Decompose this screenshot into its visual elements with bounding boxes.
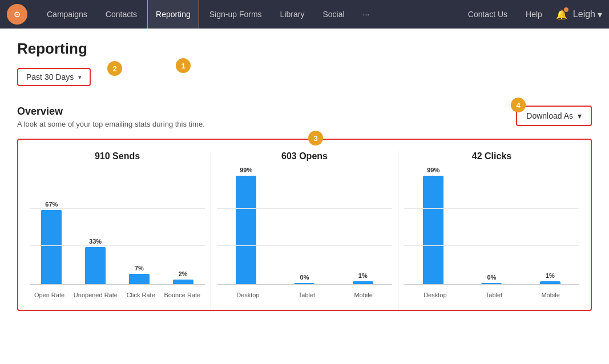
- bar-clicks-desktop: 99%: [423, 167, 443, 284]
- download-as-button[interactable]: Download As ▾: [516, 106, 592, 126]
- bar-opens-mobile-bar: [353, 281, 373, 284]
- nav-help[interactable]: Help: [518, 0, 550, 29]
- label-opens-desktop: Desktop: [236, 292, 259, 298]
- label-opens-tablet: Tablet: [299, 292, 315, 298]
- download-btn-wrapper: 4 Download As ▾: [516, 106, 592, 126]
- date-filter-dropdown[interactable]: Past 30 Days ▾: [17, 68, 91, 86]
- bar-bounce-bar: [173, 280, 193, 284]
- bar-open-rate-pct: 67%: [45, 201, 58, 208]
- bar-click-pct: 7%: [135, 265, 144, 272]
- bar-unopened-pct: 33%: [89, 238, 102, 245]
- overview-title: Overview: [17, 106, 205, 118]
- chart-sends-bars: 67% 33% 7% 2%: [30, 171, 205, 285]
- bar-clicks-mobile: 1%: [540, 272, 560, 284]
- date-filter-label: Past 30 Days: [26, 72, 74, 82]
- nav-items: Campaigns Contacts Reporting Sign-up For…: [39, 0, 460, 29]
- nav-campaigns[interactable]: Campaigns: [39, 0, 95, 29]
- bar-clicks-tablet-pct: 0%: [487, 274, 497, 281]
- label-clicks-desktop: Desktop: [424, 292, 446, 298]
- chart-opens-bars: 99% 0% 1%: [217, 171, 392, 285]
- bar-opens-mobile: 1%: [353, 272, 373, 284]
- user-name: Leigh: [573, 9, 595, 19]
- opens-labels: Desktop Tablet Mobile: [217, 285, 392, 298]
- chart-opens: 603 Opens 99% 0% 1%: [211, 151, 398, 310]
- nav-reporting[interactable]: Reporting: [147, 0, 199, 29]
- label-open-rate: Open Rate: [34, 292, 64, 298]
- bar-click-bar: [129, 274, 150, 284]
- bar-opens-tablet-bar: [294, 283, 314, 284]
- nav-signup-forms[interactable]: Sign-up Forms: [201, 0, 270, 29]
- overview-subtitle: A look at some of your top emailing stat…: [17, 120, 205, 128]
- navbar: ⊙ Campaigns Contacts Reporting Sign-up F…: [0, 0, 609, 29]
- bar-opens-desktop-bar: [236, 176, 256, 284]
- bar-opens-desktop-pct: 99%: [240, 167, 252, 173]
- bar-clicks-tablet: 0%: [481, 274, 502, 284]
- tooltip-1: 1: [176, 58, 191, 73]
- label-bounce-rate: Bounce Rate: [164, 292, 201, 298]
- label-opens-mobile: Mobile: [354, 292, 372, 298]
- date-filter-wrapper: Past 30 Days ▾ 2: [17, 68, 91, 86]
- chart-sends: 910 Sends 67% 33% 7%: [24, 151, 211, 310]
- nav-more[interactable]: ···: [355, 0, 378, 29]
- nav-logo[interactable]: ⊙: [7, 4, 27, 25]
- bar-clicks-mobile-pct: 1%: [546, 272, 555, 279]
- label-click-rate: Click Rate: [127, 292, 155, 298]
- bar-clicks-tablet-bar: [481, 283, 502, 284]
- clicks-labels: Desktop Tablet Mobile: [404, 285, 579, 298]
- bar-open-rate-bar: [41, 210, 62, 284]
- download-as-label: Download As: [526, 111, 573, 120]
- nav-social[interactable]: Social: [314, 0, 352, 29]
- bar-unopened-rate: 33%: [85, 238, 106, 284]
- bar-opens-desktop: 99%: [236, 167, 256, 284]
- tooltip-4: 4: [511, 98, 526, 112]
- chart-clicks-bars: 99% 0% 1%: [404, 171, 579, 285]
- bar-unopened-bar: [85, 247, 106, 284]
- overview-row: Overview A look at some of your top emai…: [17, 106, 592, 128]
- chart-clicks: 42 Clicks 99% 0% 1%: [398, 151, 585, 310]
- overview-text: Overview A look at some of your top emai…: [17, 106, 205, 128]
- date-filter-chevron-icon: ▾: [78, 74, 82, 81]
- label-clicks-mobile: Mobile: [541, 292, 559, 298]
- nav-contact-us[interactable]: Contact Us: [460, 0, 515, 29]
- chart-opens-title: 603 Opens: [281, 151, 328, 161]
- bar-bounce-rate: 2%: [173, 270, 193, 284]
- nav-right: Contact Us Help 🔔 Leigh ▾: [460, 0, 602, 29]
- bar-opens-tablet-pct: 0%: [300, 274, 309, 281]
- bar-opens-mobile-pct: 1%: [358, 272, 368, 279]
- bar-clicks-desktop-bar: [423, 176, 443, 284]
- download-chevron-icon: ▾: [578, 111, 582, 120]
- chart-area-wrapper: 3 910 Sends 67% 33%: [17, 139, 592, 311]
- bar-bounce-pct: 2%: [179, 270, 188, 277]
- sends-labels: Open Rate Unopened Rate Click Rate Bounc…: [30, 285, 205, 298]
- logo-icon: ⊙: [14, 10, 21, 19]
- label-unopened-rate: Unopened Rate: [74, 292, 118, 298]
- bell-icon[interactable]: 🔔: [552, 5, 571, 23]
- nav-library[interactable]: Library: [272, 0, 313, 29]
- page-title: Reporting: [17, 40, 592, 58]
- bar-clicks-desktop-pct: 99%: [427, 167, 439, 173]
- nav-contacts[interactable]: Contacts: [98, 0, 145, 29]
- bar-clicks-mobile-bar: [540, 281, 560, 284]
- chart-sends-title: 910 Sends: [95, 151, 140, 161]
- label-clicks-tablet: Tablet: [486, 292, 502, 298]
- user-menu[interactable]: Leigh ▾: [573, 9, 602, 20]
- chart-clicks-title: 42 Clicks: [472, 151, 511, 161]
- bar-opens-tablet: 0%: [294, 274, 314, 284]
- chart-container: 910 Sends 67% 33% 7%: [17, 139, 592, 311]
- bar-click-rate: 7%: [129, 265, 150, 284]
- tooltip-3: 3: [308, 131, 323, 145]
- main-content: Reporting Past 30 Days ▾ 2 1 Overview A …: [0, 29, 609, 322]
- bar-open-rate: 67%: [41, 201, 62, 284]
- tooltip-2: 2: [107, 61, 122, 76]
- bell-notification-dot: [564, 7, 568, 12]
- user-chevron-icon: ▾: [598, 9, 602, 20]
